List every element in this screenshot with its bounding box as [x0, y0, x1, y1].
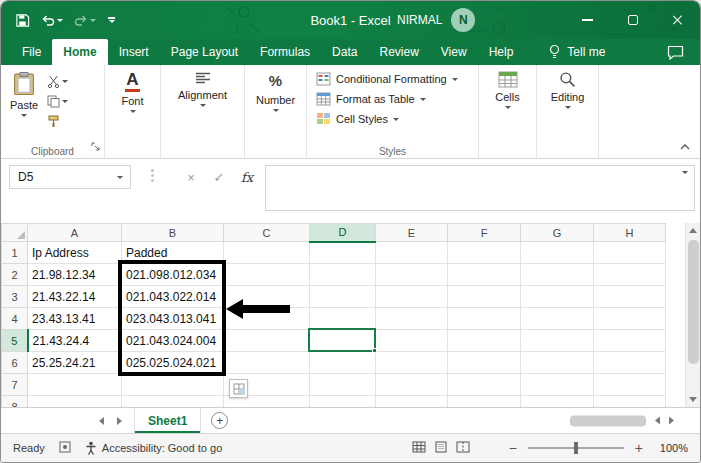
cell-H2[interactable] — [594, 264, 666, 286]
cell-E3[interactable] — [376, 286, 448, 308]
cell-D2[interactable] — [310, 264, 376, 286]
cell-F6[interactable] — [448, 352, 521, 374]
cell-E2[interactable] — [376, 264, 448, 286]
accessibility-status[interactable]: Accessibility: Good to go — [85, 441, 222, 455]
cell-D6[interactable] — [310, 352, 376, 374]
cell-H7[interactable] — [594, 374, 666, 396]
row-header-1[interactable]: 1 — [2, 242, 28, 264]
row-header-6[interactable]: 6 — [2, 352, 28, 374]
cell-H4[interactable] — [594, 308, 666, 330]
close-button[interactable] — [655, 1, 700, 39]
sheet-tab-sheet1[interactable]: Sheet1 — [134, 408, 201, 433]
next-sheet-button[interactable] — [117, 417, 122, 425]
row-header-3[interactable]: 3 — [2, 286, 28, 308]
tab-help[interactable]: Help — [478, 39, 525, 65]
cell-F2[interactable] — [448, 264, 521, 286]
cell-G8[interactable] — [521, 396, 594, 408]
cell-G4[interactable] — [521, 308, 594, 330]
enter-button[interactable]: ✓ — [207, 165, 231, 189]
tab-file[interactable]: File — [11, 39, 52, 65]
cell-F8[interactable] — [448, 396, 521, 408]
font-button[interactable]: A Font — [109, 69, 156, 115]
scroll-right-button[interactable] — [669, 417, 674, 425]
cell-F1[interactable] — [448, 242, 521, 264]
copy-button[interactable] — [45, 94, 70, 109]
cell-C6[interactable] — [224, 352, 310, 374]
col-header-G[interactable]: G — [521, 224, 594, 242]
page-layout-view-button[interactable] — [434, 441, 448, 455]
col-header-A[interactable]: A — [28, 224, 122, 242]
cell-C1[interactable] — [224, 242, 310, 264]
save-button[interactable] — [11, 10, 34, 31]
cell-E8[interactable] — [376, 396, 448, 408]
cell-A1[interactable]: Ip Address — [28, 242, 122, 264]
col-header-H[interactable]: H — [594, 224, 666, 242]
cells-button[interactable]: Cells — [483, 69, 532, 111]
expand-formula-bar-button[interactable] — [682, 174, 688, 192]
fill-handle[interactable] — [372, 348, 377, 353]
scroll-left-button[interactable] — [655, 417, 660, 425]
insert-function-button[interactable]: fx — [235, 165, 259, 189]
clipboard-dialog-launcher[interactable] — [91, 138, 101, 156]
conditional-formatting-button[interactable]: Conditional Formatting — [311, 72, 474, 86]
tab-home[interactable]: Home — [52, 39, 107, 65]
cell-B8[interactable] — [122, 396, 224, 408]
zoom-slider-thumb[interactable] — [574, 442, 578, 454]
paste-button[interactable]: Paste — [5, 69, 43, 144]
formula-input[interactable] — [265, 165, 695, 211]
scroll-down-button[interactable] — [686, 392, 700, 407]
zoom-level[interactable]: 100% — [654, 442, 688, 454]
row-header-5[interactable]: 5 — [2, 330, 28, 352]
editing-button[interactable]: Editing — [541, 69, 594, 111]
redo-button[interactable] — [70, 11, 100, 30]
zoom-in-button[interactable]: + — [633, 440, 645, 456]
vertical-scrollbar-thumb[interactable] — [688, 240, 699, 364]
cell-A4[interactable]: 23.43.13.41 — [28, 308, 122, 330]
row-header-2[interactable]: 2 — [2, 264, 28, 286]
cell-H8[interactable] — [594, 396, 666, 408]
cell-G5[interactable] — [521, 330, 594, 352]
cell-A3[interactable]: 21.43.22.14 — [28, 286, 122, 308]
cell-F4[interactable] — [448, 308, 521, 330]
account-area[interactable]: NIRMAL N — [397, 1, 475, 39]
cell-C4[interactable] — [224, 308, 310, 330]
previous-sheet-button[interactable] — [99, 417, 104, 425]
name-box[interactable]: D5 — [9, 165, 131, 189]
col-header-F[interactable]: F — [448, 224, 521, 242]
cell-B3[interactable]: 021.043.022.014 — [122, 286, 224, 308]
cell-H1[interactable] — [594, 242, 666, 264]
cell-A6[interactable]: 25.25.24.21 — [28, 352, 122, 374]
cell-A5[interactable]: 21.43.24.4 — [28, 330, 122, 352]
col-header-E[interactable]: E — [376, 224, 448, 242]
cancel-button[interactable]: × — [179, 165, 203, 189]
collapse-ribbon-button[interactable] — [680, 136, 690, 154]
fill-options-button[interactable] — [229, 379, 248, 398]
cell-C2[interactable] — [224, 264, 310, 286]
maximize-button[interactable] — [610, 1, 655, 39]
tab-insert[interactable]: Insert — [108, 39, 160, 65]
tell-me-button[interactable]: Tell me — [538, 39, 615, 65]
cell-B2[interactable]: 021.098.012.034 — [122, 264, 224, 286]
macro-record-button[interactable] — [59, 441, 71, 455]
cell-E5[interactable] — [376, 330, 448, 352]
avatar[interactable]: N — [451, 8, 475, 32]
number-button[interactable]: % Number — [249, 69, 302, 114]
cell-C5[interactable] — [224, 330, 310, 352]
col-header-D[interactable]: D — [310, 224, 376, 242]
cell-B6[interactable]: 025.025.024.021 — [122, 352, 224, 374]
new-sheet-button[interactable]: + — [211, 412, 228, 429]
tab-data[interactable]: Data — [321, 39, 368, 65]
cell-E4[interactable] — [376, 308, 448, 330]
alignment-button[interactable]: Alignment — [165, 69, 240, 109]
cell-B1[interactable]: Padded — [122, 242, 224, 264]
customize-quick-access-button[interactable] — [103, 14, 120, 25]
cut-button[interactable] — [45, 74, 70, 89]
cell-G3[interactable] — [521, 286, 594, 308]
zoom-out-button[interactable]: − — [507, 440, 519, 456]
tab-page-layout[interactable]: Page Layout — [160, 39, 249, 65]
cell-G1[interactable] — [521, 242, 594, 264]
cell-D7[interactable] — [310, 374, 376, 396]
cell-C3[interactable] — [224, 286, 310, 308]
scroll-up-button[interactable] — [686, 223, 700, 238]
row-header-8[interactable]: 8 — [2, 396, 28, 408]
